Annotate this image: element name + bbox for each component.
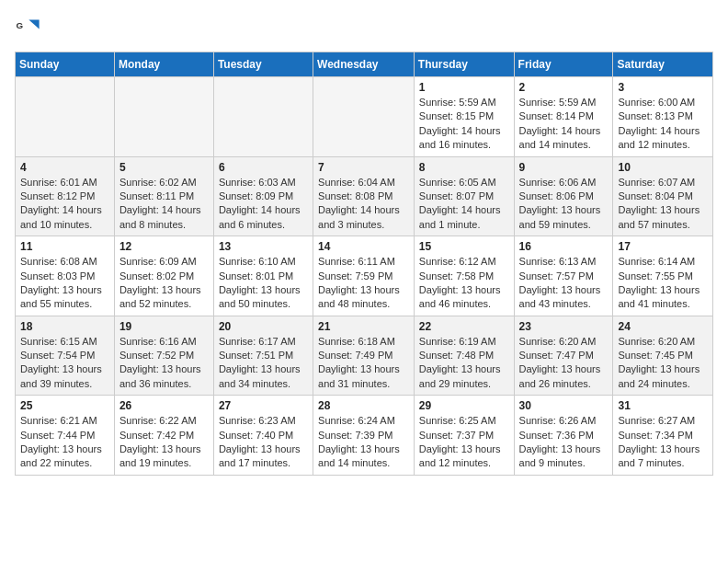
calendar-day: 31Sunrise: 6:27 AMSunset: 7:34 PMDayligh… (613, 396, 713, 476)
calendar-day: 30Sunrise: 6:26 AMSunset: 7:36 PMDayligh… (514, 396, 613, 476)
day-number: 27 (219, 399, 308, 412)
day-info: Sunrise: 5:59 AMSunset: 8:15 PMDaylight:… (419, 96, 509, 153)
day-number: 29 (419, 399, 509, 412)
day-info: Sunrise: 6:20 AMSunset: 7:45 PMDaylight:… (618, 335, 708, 392)
day-info: Sunrise: 6:14 AMSunset: 7:55 PMDaylight:… (618, 255, 708, 312)
calendar-day: 2Sunrise: 5:59 AMSunset: 8:14 PMDaylight… (514, 77, 613, 157)
day-info: Sunrise: 6:23 AMSunset: 7:40 PMDaylight:… (219, 414, 308, 471)
calendar-day (213, 77, 313, 157)
day-info: Sunrise: 6:04 AMSunset: 8:08 PMDaylight:… (318, 176, 409, 233)
day-info: Sunrise: 6:03 AMSunset: 8:09 PMDaylight:… (219, 176, 308, 233)
column-header-sunday: Sunday (16, 52, 115, 77)
calendar-week-2: 4Sunrise: 6:01 AMSunset: 8:12 PMDaylight… (16, 156, 713, 236)
day-info: Sunrise: 6:07 AMSunset: 8:04 PMDaylight:… (618, 176, 708, 233)
day-number: 13 (219, 240, 308, 253)
calendar-week-1: 1Sunrise: 5:59 AMSunset: 8:15 PMDaylight… (16, 77, 713, 157)
calendar-day: 3Sunrise: 6:00 AMSunset: 8:13 PMDaylight… (613, 77, 713, 157)
day-number: 31 (618, 399, 708, 412)
day-number: 7 (318, 161, 409, 174)
calendar-week-4: 18Sunrise: 6:15 AMSunset: 7:54 PMDayligh… (16, 316, 713, 396)
column-header-saturday: Saturday (613, 52, 713, 77)
calendar-day (313, 77, 415, 157)
day-number: 1 (419, 81, 509, 94)
calendar-day: 8Sunrise: 6:05 AMSunset: 8:07 PMDaylight… (414, 156, 514, 236)
svg-text:G: G (16, 20, 23, 30)
calendar-header-row: SundayMondayTuesdayWednesdayThursdayFrid… (16, 52, 713, 77)
calendar-day: 13Sunrise: 6:10 AMSunset: 8:01 PMDayligh… (213, 236, 313, 316)
calendar-day: 16Sunrise: 6:13 AMSunset: 7:57 PMDayligh… (514, 236, 613, 316)
day-number: 6 (219, 161, 308, 174)
column-header-friday: Friday (514, 52, 613, 77)
calendar-day: 21Sunrise: 6:18 AMSunset: 7:49 PMDayligh… (313, 316, 415, 396)
day-info: Sunrise: 6:26 AMSunset: 7:36 PMDaylight:… (519, 414, 609, 471)
day-info: Sunrise: 6:17 AMSunset: 7:51 PMDaylight:… (219, 335, 308, 392)
day-number: 9 (519, 161, 609, 174)
day-number: 18 (20, 320, 109, 333)
day-number: 21 (318, 320, 409, 333)
calendar-day: 23Sunrise: 6:20 AMSunset: 7:47 PMDayligh… (514, 316, 613, 396)
day-number: 12 (119, 240, 209, 253)
day-number: 23 (519, 320, 609, 333)
calendar-day: 4Sunrise: 6:01 AMSunset: 8:12 PMDaylight… (16, 156, 115, 236)
day-info: Sunrise: 6:22 AMSunset: 7:42 PMDaylight:… (119, 414, 209, 471)
day-number: 2 (519, 81, 609, 94)
calendar-day: 10Sunrise: 6:07 AMSunset: 8:04 PMDayligh… (613, 156, 713, 236)
day-info: Sunrise: 6:15 AMSunset: 7:54 PMDaylight:… (20, 335, 109, 392)
day-info: Sunrise: 6:18 AMSunset: 7:49 PMDaylight:… (318, 335, 409, 392)
day-info: Sunrise: 5:59 AMSunset: 8:14 PMDaylight:… (519, 96, 609, 153)
logo: G (15, 15, 44, 40)
day-info: Sunrise: 6:01 AMSunset: 8:12 PMDaylight:… (20, 176, 109, 233)
calendar-day: 6Sunrise: 6:03 AMSunset: 8:09 PMDaylight… (213, 156, 313, 236)
day-number: 10 (618, 161, 708, 174)
day-number: 19 (119, 320, 209, 333)
day-info: Sunrise: 6:12 AMSunset: 7:58 PMDaylight:… (419, 255, 509, 312)
day-number: 20 (219, 320, 308, 333)
day-info: Sunrise: 6:05 AMSunset: 8:07 PMDaylight:… (419, 176, 509, 233)
calendar-day: 12Sunrise: 6:09 AMSunset: 8:02 PMDayligh… (114, 236, 213, 316)
calendar-day: 20Sunrise: 6:17 AMSunset: 7:51 PMDayligh… (213, 316, 313, 396)
calendar-day: 28Sunrise: 6:24 AMSunset: 7:39 PMDayligh… (313, 396, 415, 476)
day-info: Sunrise: 6:06 AMSunset: 8:06 PMDaylight:… (519, 176, 609, 233)
calendar-day: 19Sunrise: 6:16 AMSunset: 7:52 PMDayligh… (114, 316, 213, 396)
day-number: 8 (419, 161, 509, 174)
day-info: Sunrise: 6:11 AMSunset: 7:59 PMDaylight:… (318, 255, 409, 312)
day-info: Sunrise: 6:13 AMSunset: 7:57 PMDaylight:… (519, 255, 609, 312)
day-number: 24 (618, 320, 708, 333)
calendar-table: SundayMondayTuesdayWednesdayThursdayFrid… (15, 52, 713, 476)
day-info: Sunrise: 6:00 AMSunset: 8:13 PMDaylight:… (618, 96, 708, 153)
day-number: 15 (419, 240, 509, 253)
calendar-day: 1Sunrise: 5:59 AMSunset: 8:15 PMDaylight… (414, 77, 514, 157)
column-header-thursday: Thursday (414, 52, 514, 77)
calendar-day (16, 77, 115, 157)
calendar-day: 24Sunrise: 6:20 AMSunset: 7:45 PMDayligh… (613, 316, 713, 396)
day-info: Sunrise: 6:02 AMSunset: 8:11 PMDaylight:… (119, 176, 209, 233)
day-info: Sunrise: 6:08 AMSunset: 8:03 PMDaylight:… (20, 255, 109, 312)
day-number: 16 (519, 240, 609, 253)
logo-icon: G (15, 15, 40, 40)
calendar-day: 5Sunrise: 6:02 AMSunset: 8:11 PMDaylight… (114, 156, 213, 236)
calendar-day: 27Sunrise: 6:23 AMSunset: 7:40 PMDayligh… (213, 396, 313, 476)
calendar-day: 29Sunrise: 6:25 AMSunset: 7:37 PMDayligh… (414, 396, 514, 476)
day-info: Sunrise: 6:24 AMSunset: 7:39 PMDaylight:… (318, 414, 409, 471)
column-header-wednesday: Wednesday (313, 52, 415, 77)
day-number: 11 (20, 240, 109, 253)
calendar-day: 9Sunrise: 6:06 AMSunset: 8:06 PMDaylight… (514, 156, 613, 236)
day-number: 5 (119, 161, 209, 174)
page-header: G (15, 15, 713, 40)
svg-marker-1 (28, 20, 39, 29)
day-info: Sunrise: 6:09 AMSunset: 8:02 PMDaylight:… (119, 255, 209, 312)
column-header-monday: Monday (114, 52, 213, 77)
calendar-week-3: 11Sunrise: 6:08 AMSunset: 8:03 PMDayligh… (16, 236, 713, 316)
day-info: Sunrise: 6:10 AMSunset: 8:01 PMDaylight:… (219, 255, 308, 312)
day-number: 26 (119, 399, 209, 412)
day-number: 22 (419, 320, 509, 333)
calendar-day: 15Sunrise: 6:12 AMSunset: 7:58 PMDayligh… (414, 236, 514, 316)
day-number: 4 (20, 161, 109, 174)
calendar-day: 14Sunrise: 6:11 AMSunset: 7:59 PMDayligh… (313, 236, 415, 316)
day-info: Sunrise: 6:19 AMSunset: 7:48 PMDaylight:… (419, 335, 509, 392)
day-info: Sunrise: 6:25 AMSunset: 7:37 PMDaylight:… (419, 414, 509, 471)
calendar-day: 26Sunrise: 6:22 AMSunset: 7:42 PMDayligh… (114, 396, 213, 476)
column-header-tuesday: Tuesday (213, 52, 313, 77)
calendar-day: 22Sunrise: 6:19 AMSunset: 7:48 PMDayligh… (414, 316, 514, 396)
calendar-day: 25Sunrise: 6:21 AMSunset: 7:44 PMDayligh… (16, 396, 115, 476)
